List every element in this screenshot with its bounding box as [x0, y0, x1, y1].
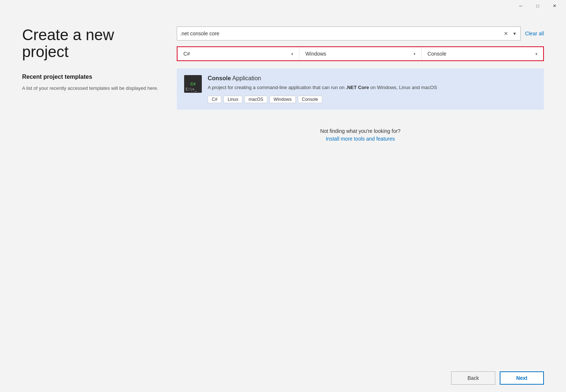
filter-row: C# ▾ Windows ▾ Console ▾ — [177, 46, 544, 61]
not-finding-section: Not finding what you're looking for? Ins… — [177, 128, 544, 142]
language-filter[interactable]: C# ▾ — [177, 47, 299, 60]
project-type-filter-label: Console — [428, 51, 446, 57]
search-input[interactable] — [180, 31, 502, 36]
left-panel: Create a new project Recent project temp… — [22, 27, 177, 385]
search-row: ✕ ▾ Clear all — [177, 27, 544, 40]
maximize-button[interactable]: □ — [529, 0, 546, 12]
page-title: Create a new project — [22, 27, 162, 60]
template-desc-suffix: on Windows, Linux and macOS — [369, 85, 437, 90]
minimize-button[interactable]: ─ — [512, 0, 529, 12]
platform-filter[interactable]: Windows ▾ — [299, 47, 421, 60]
template-icon: C# C:\>_ — [184, 75, 202, 93]
language-filter-label: C# — [183, 51, 190, 57]
template-title: Console Application — [208, 75, 537, 82]
project-type-filter-arrow: ▾ — [535, 52, 537, 56]
not-finding-text: Not finding what you're looking for? — [177, 128, 544, 134]
main-content: Create a new project Recent project temp… — [0, 12, 566, 392]
recent-heading: Recent project templates — [22, 74, 162, 80]
template-title-prefix: Console — [208, 75, 231, 81]
template-desc-prefix: A project for creating a command-line ap… — [208, 85, 346, 90]
template-info: Console Application A project for creati… — [208, 75, 537, 103]
search-clear-button[interactable]: ✕ — [502, 30, 510, 37]
language-filter-arrow: ▾ — [291, 52, 293, 56]
bottom-bar: Back Next — [0, 364, 566, 392]
platform-filter-label: Windows — [305, 51, 326, 57]
back-button[interactable]: Back — [451, 371, 495, 385]
template-card[interactable]: C# C:\>_ Console Application A project f… — [177, 68, 544, 110]
search-dropdown-button[interactable]: ▾ — [512, 30, 517, 37]
template-desc: A project for creating a command-line ap… — [208, 84, 537, 91]
search-box: ✕ ▾ — [177, 27, 521, 40]
close-button[interactable]: ✕ — [546, 0, 563, 12]
project-type-filter[interactable]: Console ▾ — [422, 47, 543, 60]
tag-console: Console — [298, 96, 322, 103]
titlebar: ─ □ ✕ — [0, 0, 566, 12]
tag-csharp: C# — [208, 96, 221, 103]
install-tools-link[interactable]: Install more tools and features — [326, 136, 395, 142]
next-button[interactable]: Next — [500, 371, 544, 385]
template-desc-bold: .NET Core — [346, 85, 369, 90]
recent-desc: A list of your recently accessed templat… — [22, 85, 162, 92]
platform-filter-arrow: ▾ — [414, 52, 415, 56]
tag-windows: Windows — [270, 96, 296, 103]
clear-all-link[interactable]: Clear all — [525, 31, 544, 36]
tag-macos: macOS — [245, 96, 267, 103]
template-tags: C# Linux macOS Windows Console — [208, 96, 537, 103]
right-panel: ✕ ▾ Clear all C# ▾ Windows ▾ Console ▾ — [177, 27, 544, 385]
tag-linux: Linux — [224, 96, 242, 103]
template-title-suffix: Application — [231, 75, 261, 81]
